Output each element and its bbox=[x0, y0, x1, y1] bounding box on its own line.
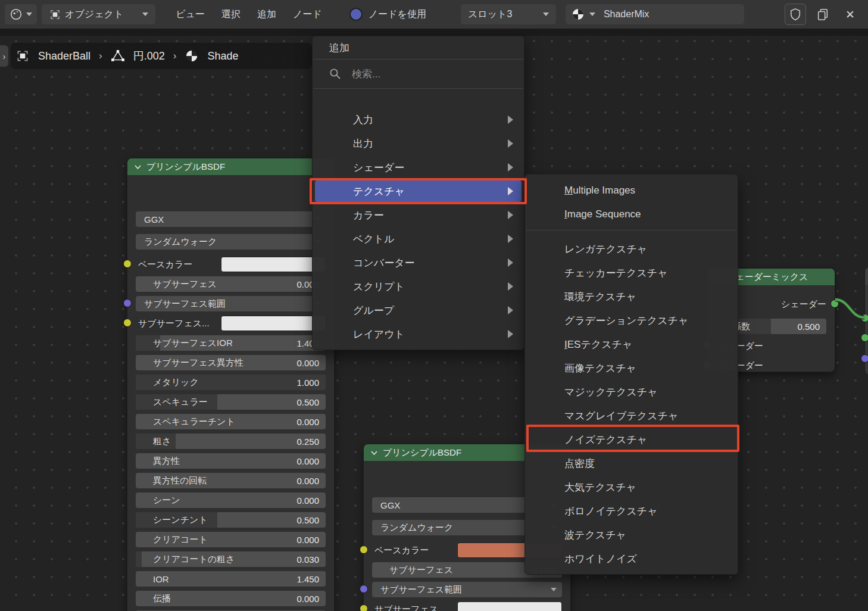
slider-roughness[interactable]: 粗さ 0.250 bbox=[136, 434, 326, 449]
header-menus: ビュー 選択 追加 ノード bbox=[167, 8, 330, 21]
material-name-field[interactable]: ShaderMix bbox=[566, 4, 744, 24]
search-icon bbox=[329, 68, 341, 80]
menu-add[interactable]: 追加 bbox=[249, 8, 285, 21]
submenu-item-image-texture[interactable]: 画像テクスチャ bbox=[527, 357, 735, 379]
breadcrumb-separator: › bbox=[173, 50, 177, 62]
input-socket-color[interactable] bbox=[360, 604, 368, 611]
header-separator bbox=[0, 29, 868, 36]
output-socket-shader[interactable] bbox=[830, 300, 839, 308]
menu-search-field[interactable]: 検索... bbox=[313, 60, 524, 88]
input-socket-shader[interactable] bbox=[861, 333, 868, 342]
row-subsurface-color: サブサーフェス... bbox=[136, 316, 326, 331]
slider-sheen-tint[interactable]: シーンチント 0.500 bbox=[136, 512, 326, 528]
editor-type-button[interactable] bbox=[5, 4, 37, 24]
annotation-box-noise-texture bbox=[526, 425, 739, 452]
breadcrumb-mesh[interactable]: 円.002 bbox=[133, 49, 165, 63]
input-socket-shader[interactable] bbox=[861, 314, 868, 322]
submenu-item-voronoi-texture[interactable]: ボロノイテクスチャ bbox=[527, 500, 735, 522]
slider-subsurface[interactable]: サブサーフェス 0.000 bbox=[136, 276, 326, 292]
header-right-icons: ✕ bbox=[785, 4, 868, 25]
menu-select[interactable]: 選択 bbox=[213, 8, 249, 21]
color-swatch[interactable] bbox=[221, 316, 326, 331]
object-icon bbox=[49, 8, 61, 21]
collapse-chevron-icon[interactable] bbox=[371, 451, 377, 455]
input-socket-vector[interactable] bbox=[861, 354, 868, 363]
slider-clearcoat[interactable]: クリアコート 0.000 bbox=[136, 532, 326, 547]
submenu-arrow-icon bbox=[508, 235, 513, 243]
menu-item-vector[interactable]: ベクトル bbox=[315, 228, 522, 250]
select-subsurface-method[interactable]: ランダムウォーク bbox=[136, 234, 326, 250]
breadcrumb-object[interactable]: ShaderBall bbox=[38, 50, 90, 63]
editor-header: オブジェクト ビュー 選択 追加 ノード ノードを使用 スロット3 Shader… bbox=[0, 0, 868, 29]
slider-clearcoat-roughness[interactable]: クリアコートの粗さ 0.030 bbox=[136, 551, 326, 567]
collapse-chevron-icon[interactable] bbox=[135, 165, 141, 169]
submenu-item-multiple-images[interactable]: Multiple Images bbox=[527, 180, 735, 201]
slider-specular[interactable]: スペキュラー 0.500 bbox=[136, 394, 326, 410]
menu-item-converter[interactable]: コンバーター bbox=[315, 252, 522, 273]
menu-item-color[interactable]: カラー bbox=[315, 204, 522, 226]
menu-item-shader[interactable]: シェーダー bbox=[315, 157, 522, 178]
slider-transmission[interactable]: 伝播 0.000 bbox=[136, 591, 326, 606]
submenu-item-environment-texture[interactable]: 環境テクスチャ bbox=[527, 286, 735, 307]
menu-view[interactable]: ビュー bbox=[167, 8, 213, 21]
submenu-arrow-icon bbox=[508, 258, 513, 267]
input-socket-base-color[interactable] bbox=[360, 545, 368, 554]
menu-item-group[interactable]: グループ bbox=[315, 300, 522, 321]
slider-subsurface-anisotropy[interactable]: サブサーフェス異方性 0.000 bbox=[136, 355, 326, 370]
select-distribution[interactable]: GGX bbox=[136, 211, 326, 227]
submenu-item-magic-texture[interactable]: マジックテクスチャ bbox=[527, 381, 735, 403]
submenu-item-image-sequence[interactable]: Image Sequence bbox=[527, 204, 735, 225]
menu-item-output[interactable]: 出力 bbox=[315, 133, 522, 154]
submenu-item-sky-texture[interactable]: 大気テクスチャ bbox=[527, 476, 735, 498]
select-subsurface-radius[interactable]: サブサーフェス範囲 bbox=[372, 582, 562, 597]
add-menu-title: 追加 bbox=[313, 36, 524, 59]
node-header[interactable]: プリンシプルBSDF bbox=[127, 158, 334, 175]
row-base-color: ベースカラー bbox=[136, 257, 326, 272]
input-socket-vector[interactable] bbox=[123, 299, 132, 307]
slider-metallic[interactable]: メタリック 1.000 bbox=[136, 375, 326, 390]
select-subsurface-radius[interactable]: サブサーフェス範囲 bbox=[136, 296, 326, 311]
node-clipped-right[interactable] bbox=[864, 267, 868, 375]
color-swatch[interactable] bbox=[221, 257, 326, 272]
color-swatch[interactable] bbox=[457, 601, 562, 611]
submenu-item-gradient-texture[interactable]: グラデーションテクスチャ bbox=[527, 310, 735, 331]
breadcrumb-material[interactable]: Shade bbox=[207, 50, 238, 63]
row-subsurface-color: サブサーフェス... bbox=[372, 601, 562, 611]
slider-ior[interactable]: IOR 1.450 bbox=[136, 571, 326, 587]
menu-node[interactable]: ノード bbox=[285, 8, 330, 21]
node-principled-bsdf-1[interactable]: プリンシプルBSDF GGX ランダムウォーク ベースカラー bbox=[127, 158, 335, 611]
fake-user-shield-button[interactable] bbox=[785, 4, 806, 25]
menu-item-input[interactable]: 入力 bbox=[315, 109, 522, 130]
mesh-data-icon bbox=[111, 49, 125, 63]
use-nodes-checkbox[interactable] bbox=[349, 8, 363, 21]
chevron-down-icon bbox=[543, 13, 549, 16]
submenu-item-brick-texture[interactable]: レンガテクスチャ bbox=[527, 238, 735, 260]
slider-specular-tint[interactable]: スペキュラーチント 0.000 bbox=[136, 414, 326, 429]
slider-sheen[interactable]: シーン 0.000 bbox=[136, 492, 326, 508]
submenu-item-musgrave-texture[interactable]: マスグレイブテクスチャ bbox=[527, 405, 735, 426]
slider-anisotropic[interactable]: 異方性 0.000 bbox=[136, 453, 326, 469]
node-title: シェーダーミックス bbox=[726, 272, 808, 283]
input-socket-color[interactable] bbox=[123, 319, 132, 327]
slider-subsurface-ior[interactable]: サブサーフェスIOR 1.400 bbox=[136, 335, 326, 351]
submenu-item-white-noise[interactable]: ホワイトノイズ bbox=[527, 548, 735, 569]
unlink-material-button[interactable]: ✕ bbox=[839, 4, 861, 25]
slider-anisotropic-rotation[interactable]: 異方性の回転 0.000 bbox=[136, 473, 326, 488]
object-icon bbox=[15, 49, 30, 63]
object-shader-type-dropdown[interactable]: オブジェクト bbox=[42, 4, 155, 24]
input-socket-vector[interactable] bbox=[360, 585, 368, 593]
use-nodes-toggle[interactable]: ノードを使用 bbox=[349, 8, 426, 21]
sidebar-toggle-arrow[interactable]: › bbox=[0, 45, 8, 67]
submenu-item-checker-texture[interactable]: チェッカーテクスチャ bbox=[527, 262, 735, 283]
shield-icon bbox=[789, 8, 801, 21]
shader-editor-icon bbox=[10, 8, 23, 21]
input-socket-base-color[interactable] bbox=[123, 260, 132, 268]
slot-dropdown[interactable]: スロット3 bbox=[461, 4, 556, 24]
new-material-button[interactable] bbox=[812, 4, 833, 25]
slot-label: スロット3 bbox=[468, 8, 512, 21]
menu-item-layout[interactable]: レイアウト bbox=[315, 323, 522, 345]
submenu-item-wave-texture[interactable]: 波テクスチャ bbox=[527, 524, 735, 545]
submenu-item-point-density[interactable]: 点密度 bbox=[527, 453, 735, 474]
submenu-item-ies-texture[interactable]: IESテクスチャ bbox=[527, 333, 735, 355]
menu-item-script[interactable]: スクリプト bbox=[315, 276, 522, 297]
